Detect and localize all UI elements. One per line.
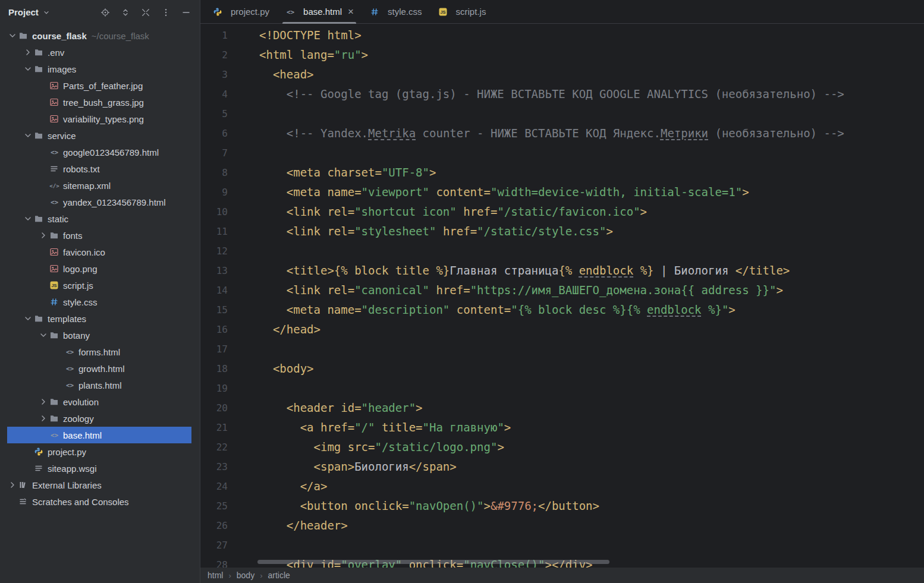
tree-item-plants.html[interactable]: <>plants.html: [7, 377, 191, 393]
code-line-text: <!-- Yandex.Metrika counter - НИЖЕ ВСТАВ…: [228, 124, 844, 143]
code-line-2: 2<html lang="ru">: [200, 45, 924, 65]
line-number: 13: [200, 261, 228, 281]
chevron-right-icon[interactable]: [7, 480, 18, 490]
tree-item-parts_of_feather.jpg[interactable]: Parts_of_feather.jpg: [7, 77, 191, 94]
tree-item-evolution[interactable]: evolution: [7, 393, 191, 410]
tree-item-course_flask[interactable]: course_flask~/course_flask: [7, 27, 191, 44]
tree-item-label: google0123456789.html: [63, 147, 159, 157]
code-line-13: 13 <title>{% block title %}Главная стран…: [200, 261, 924, 281]
project-dropdown-chevron-icon[interactable]: [42, 8, 51, 17]
tree-item-base.html[interactable]: <>base.html: [7, 427, 191, 443]
code-line-12: 12: [200, 241, 924, 261]
code-line-15: 15 <meta name="description" content="{% …: [200, 300, 924, 320]
tree-item-templates[interactable]: templates: [7, 310, 191, 327]
tree-item-external-libraries[interactable]: External Libraries: [7, 477, 191, 493]
tree-item-label: fonts: [63, 231, 83, 241]
tree-item-label: plants.html: [78, 380, 122, 390]
chevron-spacer: [54, 380, 64, 390]
tab-base.html[interactable]: <>base.html×: [277, 0, 362, 23]
folder-icon: [33, 314, 44, 324]
tree-item-yandex_0123456789.html[interactable]: <>yandex_0123456789.html: [7, 194, 191, 210]
chevron-right-icon[interactable]: [23, 47, 33, 58]
more-vertical-button[interactable]: [158, 4, 174, 20]
close-tab-icon[interactable]: ×: [348, 7, 354, 17]
code-line-text: <!DOCTYPE html>: [228, 26, 362, 45]
image-icon: [49, 81, 59, 91]
breadcrumb-article[interactable]: article: [268, 571, 290, 580]
chevron-down-icon[interactable]: [23, 313, 33, 324]
chevron-right-icon[interactable]: [38, 396, 49, 407]
tree-item-fonts[interactable]: fonts: [7, 227, 191, 244]
code-line-text: [228, 535, 259, 555]
editor[interactable]: 1<!DOCTYPE html>2<html lang="ru">3 <head…: [200, 24, 924, 568]
code-line-9: 9 <meta name="viewport" content="width=d…: [200, 182, 924, 202]
tree-item-botany[interactable]: botany: [7, 327, 191, 344]
code-line-text: <link rel="canonical" href="https://имя_…: [228, 281, 783, 300]
tree-item-label: Parts_of_feather.jpg: [63, 81, 143, 91]
project-panel-title[interactable]: Project: [8, 7, 39, 17]
html-icon: <>: [64, 380, 75, 390]
locate-button[interactable]: [97, 4, 113, 20]
chevron-spacer: [7, 496, 18, 507]
tree-item-service[interactable]: service: [7, 127, 191, 144]
tree-item-script.js[interactable]: JSscript.js: [7, 277, 191, 294]
tree-item-label: service: [48, 131, 76, 141]
tree-item-robots.txt[interactable]: robots.txt: [7, 160, 191, 177]
tree-item-siteapp.wsgi[interactable]: siteapp.wsgi: [7, 460, 191, 477]
expand-button[interactable]: [117, 4, 133, 20]
tree-item-sitemap.xml[interactable]: </>sitemap.xml: [7, 177, 191, 194]
hide-button[interactable]: [178, 4, 194, 20]
collapse-all-button[interactable]: [137, 4, 153, 20]
breadcrumb-html[interactable]: html: [208, 571, 223, 580]
chevron-down-icon[interactable]: [7, 30, 18, 41]
line-number: 10: [200, 202, 228, 222]
code-line-20: 20 <header id="header">: [200, 398, 924, 418]
chevron-down-icon[interactable]: [23, 213, 33, 224]
chevron-right-icon[interactable]: [38, 230, 49, 241]
code-line-text: <meta name="description" content="{% blo…: [228, 300, 736, 320]
folder-icon: [33, 214, 44, 224]
tree-item-label: logo.png: [63, 264, 98, 274]
line-number: 16: [200, 320, 228, 339]
tree-item-static[interactable]: static: [7, 210, 191, 227]
tab-style.css[interactable]: style.css: [362, 0, 430, 23]
chevron-spacer: [38, 297, 49, 307]
code-line-27: 27: [200, 535, 924, 555]
tree-item-growth.html[interactable]: <>growth.html: [7, 360, 191, 377]
horizontal-scrollbar[interactable]: [257, 560, 609, 564]
chevron-spacer: [38, 147, 49, 157]
svg-text:<>: <>: [65, 382, 74, 389]
code-line-text: <img src="/static/logo.png">: [228, 437, 504, 457]
line-number: 26: [200, 516, 228, 535]
chevron-down-icon[interactable]: [23, 130, 33, 141]
tree-item-zoology[interactable]: zoology: [7, 410, 191, 427]
tree-item-variability_types.png[interactable]: variability_types.png: [7, 111, 191, 127]
tree-item-images[interactable]: images: [7, 61, 191, 77]
tree-item-scratches-and-consoles[interactable]: Scratches and Consoles: [7, 493, 191, 510]
tree-item-favicon.ico[interactable]: favicon.ico: [7, 244, 191, 260]
chevron-right-icon[interactable]: [38, 413, 49, 424]
tree-item-label: course_flask: [32, 31, 87, 41]
folder-icon: [49, 330, 59, 341]
folder-icon: [49, 231, 59, 241]
html-icon: <>: [64, 347, 75, 357]
tree-item-label: variability_types.png: [63, 114, 144, 124]
code-line-text: [228, 241, 259, 261]
tree-item-tree_bush_grass.jpg[interactable]: tree_bush_grass.jpg: [7, 94, 191, 111]
chevron-spacer: [38, 263, 49, 274]
breadcrumb-body[interactable]: body: [237, 571, 254, 580]
tree-item-style.css[interactable]: style.css: [7, 294, 191, 310]
tree-item-.env[interactable]: .env: [7, 44, 191, 61]
tree-item-logo.png[interactable]: logo.png: [7, 260, 191, 277]
tree-item-google0123456789.html[interactable]: <>google0123456789.html: [7, 144, 191, 160]
tree-item-project.py[interactable]: project.py: [7, 443, 191, 460]
tab-script.js[interactable]: JSscript.js: [430, 0, 494, 23]
tab-project.py[interactable]: project.py: [205, 0, 277, 23]
code-line-text: <title>{% block title %}Главная страница…: [228, 261, 790, 281]
chevron-down-icon[interactable]: [38, 330, 49, 341]
chevron-spacer: [38, 180, 49, 191]
tree-item-label: robots.txt: [63, 164, 100, 174]
code-line-25: 25 <button onclick="navOpen()">&#9776;</…: [200, 496, 924, 516]
chevron-down-icon[interactable]: [23, 64, 33, 74]
tree-item-forms.html[interactable]: <>forms.html: [7, 344, 191, 360]
